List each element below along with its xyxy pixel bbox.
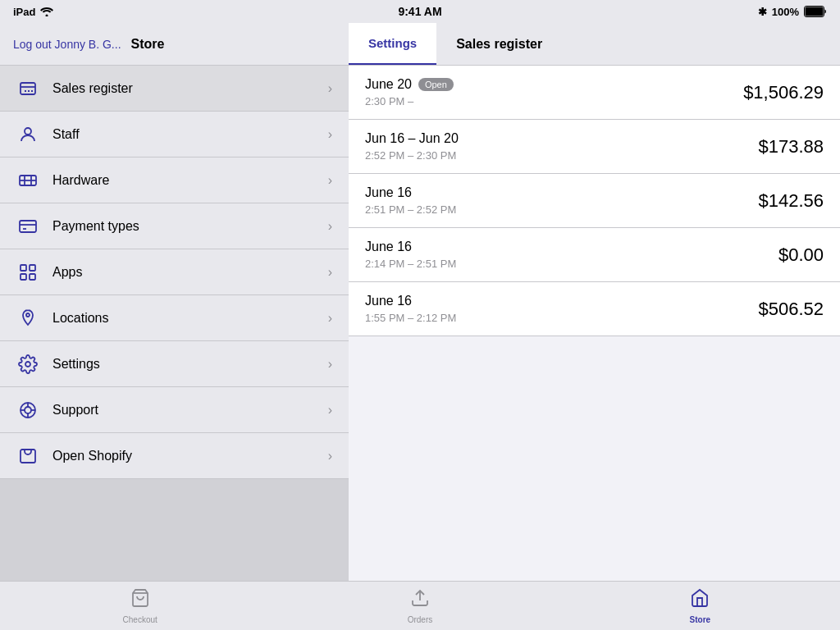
sidebar: Sales register › Staff › Hardware › Paym… (0, 66, 349, 581)
orders-label: Orders (408, 615, 433, 624)
svg-rect-16 (21, 265, 26, 271)
tab-settings[interactable]: Settings (349, 23, 436, 65)
right-panel: June 20 Open 2:30 PM – $1,506.29 Jun 16 … (349, 66, 840, 581)
open-badge: Open (418, 78, 454, 91)
session-amount: $506.52 (758, 299, 824, 320)
tab-bar-item-checkout[interactable]: Checkout (0, 583, 280, 629)
status-time: 9:41 AM (398, 5, 441, 18)
session-row[interactable]: June 16 2:51 PM – 2:52 PM $142.56 (349, 174, 840, 228)
chevron-icon: › (328, 311, 332, 326)
session-date: June 16 (365, 294, 758, 308)
sidebar-label-apps: Apps (52, 265, 315, 280)
chevron-icon: › (328, 403, 332, 418)
store-label: Store (690, 615, 711, 624)
session-row[interactable]: June 16 2:14 PM – 2:51 PM $0.00 (349, 228, 840, 282)
session-amount: $0.00 (778, 244, 824, 266)
session-info: June 16 1:55 PM – 2:12 PM (365, 294, 758, 324)
sidebar-item-settings[interactable]: Settings › (0, 341, 349, 387)
battery-icon (804, 6, 827, 17)
session-time: 2:52 PM – 2:30 PM (365, 149, 758, 162)
session-time: 2:51 PM – 2:52 PM (365, 203, 758, 216)
sidebar-label-settings: Settings (52, 357, 315, 372)
session-date: Jun 16 – Jun 20 (365, 131, 758, 146)
sidebar-label-sales-register: Sales register (52, 81, 315, 96)
svg-point-20 (26, 313, 30, 317)
top-nav: Log out Jonny B. G... Store Settings Sal… (0, 23, 840, 66)
svg-point-21 (25, 362, 30, 367)
chevron-icon: › (328, 357, 332, 372)
register-icon (16, 77, 39, 100)
session-row[interactable]: June 20 Open 2:30 PM – $1,506.29 (349, 66, 840, 120)
logout-button[interactable]: Log out Jonny B. G... (13, 38, 121, 51)
session-row[interactable]: June 16 1:55 PM – 2:12 PM $506.52 (349, 282, 840, 336)
session-row[interactable]: Jun 16 – Jun 20 2:52 PM – 2:30 PM $173.8… (349, 120, 840, 174)
store-icon (690, 588, 710, 613)
payment-icon (16, 215, 39, 238)
sidebar-item-apps[interactable]: Apps › (0, 249, 349, 295)
session-info: Jun 16 – Jun 20 2:52 PM – 2:30 PM (365, 131, 758, 162)
session-date: June 20 Open (365, 77, 743, 92)
svg-rect-2 (806, 7, 824, 16)
session-time: 2:14 PM – 2:51 PM (365, 258, 778, 270)
sidebar-label-support: Support (52, 403, 315, 418)
sidebar-label-locations: Locations (52, 311, 315, 326)
session-date: June 16 (365, 185, 758, 200)
sidebar-item-locations[interactable]: Locations › (0, 295, 349, 341)
shopify-icon (16, 445, 39, 468)
session-time: 1:55 PM – 2:12 PM (365, 312, 758, 324)
support-icon (16, 399, 39, 422)
sidebar-item-support[interactable]: Support › (0, 387, 349, 433)
session-info: June 20 Open 2:30 PM – (365, 77, 743, 107)
chevron-icon: › (328, 127, 332, 142)
chevron-icon: › (328, 265, 332, 280)
status-bar: iPad 9:41 AM ✱ 100% (0, 0, 840, 23)
svg-rect-3 (21, 83, 35, 94)
orders-icon (410, 588, 430, 613)
tab-bar-item-store[interactable]: Store (560, 583, 840, 629)
sidebar-label-payment-types: Payment types (52, 219, 315, 234)
battery-label: 100% (772, 6, 799, 18)
main-layout: Sales register › Staff › Hardware › Paym… (0, 66, 840, 581)
location-icon (16, 307, 39, 330)
svg-point-23 (25, 407, 31, 413)
session-amount: $142.56 (758, 190, 824, 212)
session-date: June 16 (365, 240, 778, 254)
sidebar-item-open-shopify[interactable]: Open Shopify › (0, 433, 349, 479)
staff-icon (16, 123, 39, 146)
session-amount: $1,506.29 (743, 82, 824, 103)
sales-register-title: Sales register (436, 37, 562, 52)
status-right: ✱ 100% (758, 6, 827, 18)
top-nav-left: Log out Jonny B. G... Store (0, 37, 349, 52)
chevron-icon: › (328, 449, 332, 463)
svg-rect-18 (21, 274, 26, 280)
svg-rect-28 (21, 450, 35, 463)
session-time: 2:30 PM – (365, 95, 743, 107)
svg-point-0 (46, 15, 48, 17)
svg-point-8 (25, 128, 31, 135)
session-info: June 16 2:14 PM – 2:51 PM (365, 240, 778, 270)
tab-bar-item-orders[interactable]: Orders (280, 583, 559, 629)
sidebar-label-open-shopify: Open Shopify (52, 449, 315, 463)
sidebar-item-payment-types[interactable]: Payment types › (0, 203, 349, 249)
status-left: iPad (13, 6, 53, 18)
sidebar-label-staff: Staff (52, 127, 315, 142)
store-label: Store (131, 37, 165, 52)
settings-icon (16, 353, 39, 376)
svg-rect-19 (30, 274, 35, 280)
session-amount: $173.88 (758, 136, 824, 158)
cart-icon (130, 588, 150, 613)
wifi-icon (40, 7, 53, 16)
chevron-icon: › (328, 219, 332, 234)
chevron-icon: › (328, 173, 332, 188)
session-info: June 16 2:51 PM – 2:52 PM (365, 185, 758, 216)
tab-bar: Checkout Orders Store (0, 581, 840, 630)
ipad-label: iPad (13, 6, 35, 18)
bluetooth-icon: ✱ (758, 6, 767, 18)
checkout-label: Checkout (123, 615, 158, 624)
sidebar-item-sales-register[interactable]: Sales register › (0, 66, 349, 112)
hardware-icon (16, 169, 39, 192)
chevron-icon: › (328, 81, 332, 96)
apps-icon (16, 261, 39, 284)
sidebar-item-hardware[interactable]: Hardware › (0, 158, 349, 203)
sidebar-item-staff[interactable]: Staff › (0, 112, 349, 158)
